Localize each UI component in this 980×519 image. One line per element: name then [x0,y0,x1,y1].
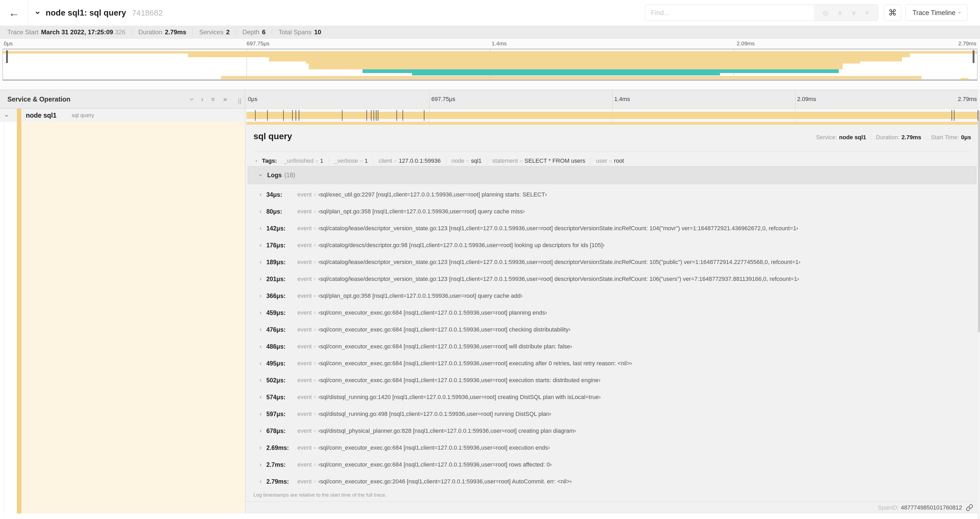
log-row[interactable]: ›176μs:event=‹sql/catalog/descs/descript… [248,237,976,254]
log-expand-chevron-icon: › [259,208,266,215]
minimap-right-handle[interactable] [973,50,974,63]
tag-equals: = [466,158,469,164]
chevron-down-icon: › [956,11,963,13]
log-row[interactable]: ›2.69ms:event=‹sql/conn_executor_exec.go… [248,439,976,456]
span-service-name: node sql1 [26,109,57,122]
log-event-tick [376,110,377,121]
log-field-key: event [298,461,312,468]
log-row[interactable]: ›2.7ms:event=‹sql/conn_executor_exec.go:… [248,456,976,473]
keyboard-shortcuts-button[interactable]: ⌘ [884,5,901,21]
span-duration-bar[interactable] [246,112,978,119]
trace-id: 7418682 [132,8,163,18]
log-field-key: event [298,478,312,485]
summary-value: 2 [226,29,229,35]
span-collapse-chevron-icon[interactable]: › [3,115,11,117]
column-resize-grip[interactable] [239,98,241,104]
log-timestamp: 495μs: [266,360,293,367]
log-row[interactable]: ›201μs:event=‹sql/catalog/lease/descript… [248,271,976,287]
log-expand-chevron-icon: › [259,377,266,384]
tag-value: 1 [320,157,323,164]
next-match-icon[interactable]: ∨ [851,9,856,17]
log-event-tick [292,110,293,121]
back-button[interactable]: ← [0,0,28,26]
minimap-canvas[interactable] [3,49,977,80]
log-timestamp: 574μs: [266,394,293,401]
summary-value: 2.79ms [165,29,186,35]
log-field-key: event [298,394,312,401]
log-timestamp: 2.7ms: [266,461,293,468]
expand-one-icon[interactable]: › [201,95,204,103]
expanded-span-bar[interactable] [246,122,978,125]
log-row[interactable]: ›142μs:event=‹sql/catalog/lease/descript… [248,220,976,237]
log-timestamp: 2.79ms: [266,478,293,485]
span-detail-section: sql query Service:node sql1Duration:2.79… [0,122,980,513]
trace-summary-item: Depth6 [243,29,266,36]
tags-expand-chevron-icon[interactable]: › [255,157,257,164]
span-color-stripe [17,122,21,513]
log-row[interactable]: ›495μs:event=‹sql/conn_executor_exec.go:… [248,355,976,372]
log-field-key: event [298,292,312,299]
log-row[interactable]: ›678μs:event=‹sql/distsql_physical_plann… [248,423,976,439]
logs-box: › Logs (18) ›34μs:event=‹sql/exec_util.g… [248,166,976,491]
log-expand-chevron-icon: › [259,444,266,451]
log-equals: = [313,479,317,484]
summary-label: Total Spans [278,29,312,35]
log-row[interactable]: ›189μs:event=‹sql/catalog/lease/descript… [248,254,976,271]
tag-item: statement=SELECT * FROM users [492,157,585,164]
summary-value-suffix: .326 [113,29,126,35]
log-timestamp: 80μs: [266,208,293,215]
trace-view-dropdown[interactable]: Trace Timeline › [905,5,967,21]
log-equals: = [313,462,317,468]
log-row[interactable]: ›80μs:event=‹sql/plan_opt.go:358 [nsql1,… [248,203,976,220]
tag-equals: = [609,158,612,164]
log-row[interactable]: ›34μs:event=‹sql/exec_util.go:2297 [nsql… [248,186,976,203]
timeline-tick-label: 0μs [248,90,258,109]
collapse-one-icon[interactable]: › [188,98,196,101]
log-row[interactable]: ›574μs:event=‹sql/distsql_running.go:142… [248,389,976,406]
log-field-value: ‹sql/conn_executor_exec.go:684 [nsql1,cl… [318,360,632,367]
log-field-value: ‹sql/conn_executor_exec.go:684 [nsql1,cl… [318,461,552,468]
log-timestamp: 486μs: [266,343,293,350]
page-title: node sql1: sql query [46,8,126,18]
log-field-value: ‹sql/exec_util.go:2297 [nsql1,client=127… [318,191,547,198]
log-row[interactable]: ›459μs:event=‹sql/conn_executor_exec.go:… [248,304,976,321]
summary-label: Trace Start [7,29,38,35]
span-row-name-cell[interactable]: › node sql1 sql query [0,109,245,122]
column-divider[interactable] [245,89,245,513]
log-field-key: event [298,259,312,265]
log-expand-chevron-icon: › [259,478,266,485]
log-field-value: ‹sql/catalog/lease/descriptor_version_st… [318,225,798,232]
log-field-key: event [298,191,312,198]
log-row[interactable]: ›366μs:event=‹sql/plan_opt.go:358 [nsql1… [248,287,976,304]
log-equals: = [313,343,317,350]
log-event-tick [424,110,425,121]
log-row[interactable]: ›502μs:event=‹sql/conn_executor_exec.go:… [248,372,976,389]
tag-value: sql1 [471,157,482,164]
log-row[interactable]: ›2.79ms:event=‹sql/conn_executor_exec.go… [248,473,976,490]
tags-row[interactable]: ›Tags:_unfinished=1_verbose=1client=127.… [255,155,624,167]
log-row[interactable]: ›597μs:event=‹sql/distsql_running.go:498… [248,406,976,423]
logs-header[interactable]: › Logs (18) [248,166,976,184]
scrollbar-thumb[interactable] [978,111,980,332]
log-expand-chevron-icon: › [259,461,266,468]
minimap-left-handle[interactable] [6,50,8,63]
log-row[interactable]: ›486μs:event=‹sql/conn_executor_exec.go:… [248,338,976,355]
minimap-span-bar [188,54,910,57]
log-event-tick [283,110,284,121]
minimap-span-bar [363,69,839,73]
clear-find-icon[interactable]: × [865,9,869,17]
link-icon[interactable] [966,504,973,511]
log-field-value: ‹sql/conn_executor_exec.go:684 [nsql1,cl… [318,343,572,350]
locate-icon[interactable]: ◎ [823,9,829,17]
span-detail-footer: SpanID: 4877749850101760812 [245,501,978,513]
collapse-trace-chevron-icon[interactable]: › [33,11,43,14]
tag-key: node [452,157,465,164]
log-row[interactable]: ›476μs:event=‹sql/conn_executor_exec.go:… [248,321,976,338]
summary-value: March 31 2022, 17:25:09 [41,29,113,35]
minimap-span-bar [3,51,977,54]
prev-match-icon[interactable]: ∧ [837,9,842,17]
expand-all-icon[interactable]: » [223,95,227,103]
collapse-all-icon[interactable]: » [209,97,217,101]
find-input[interactable] [645,5,814,21]
log-field-value: ‹sql/conn_executor_exec.go:684 [nsql1,cl… [318,444,550,451]
